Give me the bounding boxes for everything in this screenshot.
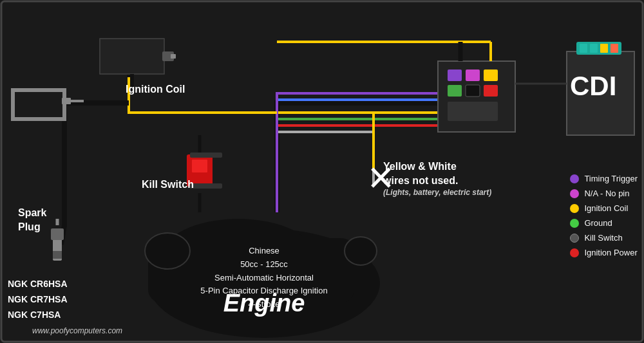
ignition-power-dot	[570, 248, 579, 257]
timing-trigger-dot	[570, 174, 579, 183]
svg-rect-20	[448, 85, 462, 97]
svg-rect-12	[192, 160, 207, 172]
legend-ignition-coil: Ignition Coil	[570, 203, 638, 213]
ground-label: Ground	[584, 218, 612, 228]
svg-rect-31	[590, 44, 598, 53]
svg-rect-33	[611, 44, 618, 53]
no-pin-dot	[570, 189, 579, 198]
kill-switch-legend-label: Kill Switch	[584, 233, 622, 243]
legend-kill-switch: Kill Switch	[570, 233, 638, 243]
svg-point-5	[345, 237, 377, 265]
website-label: www.poofycomputers.com	[32, 326, 122, 335]
legend: Timing Trigger N/A - No pin Ignition Coi…	[570, 174, 638, 263]
engine-label: Engine	[190, 290, 338, 317]
svg-rect-38	[53, 251, 62, 259]
svg-rect-13	[190, 153, 222, 158]
svg-text:CDI: CDI	[570, 71, 616, 101]
ignition-coil-dot	[570, 204, 579, 213]
svg-rect-21	[466, 85, 480, 97]
ngk-label: NGK CR6HSANGK CR7HSANGK C7HSA	[8, 277, 68, 322]
svg-rect-19	[484, 70, 498, 81]
legend-timing-trigger: Timing Trigger	[570, 174, 638, 183]
svg-rect-18	[466, 70, 480, 81]
diagram-container: CDI Ignition Coil Kill Switch SparkPlug …	[0, 0, 644, 343]
yellow-white-sublabel: (Lights, battery, electric start)	[383, 188, 491, 197]
spark-plug-label: SparkPlug	[18, 206, 46, 235]
svg-rect-32	[600, 44, 608, 53]
ignition-coil-label: Ignition Coil	[126, 84, 185, 95]
svg-rect-23	[448, 102, 498, 121]
svg-rect-6	[100, 39, 164, 74]
svg-rect-9	[171, 54, 176, 59]
kill-switch-dot	[570, 234, 579, 243]
svg-rect-30	[580, 44, 587, 53]
no-pin-label: N/A - No pin	[584, 189, 629, 198]
ground-dot	[570, 219, 579, 228]
timing-trigger-label: Timing Trigger	[584, 174, 638, 183]
svg-rect-37	[51, 228, 64, 240]
svg-rect-14	[190, 183, 222, 189]
legend-no-pin: N/A - No pin	[570, 189, 638, 198]
ignition-coil-legend-label: Ignition Coil	[584, 203, 628, 213]
svg-rect-40	[13, 90, 64, 119]
yellow-white-label: Yellow & Whitewires not used.	[383, 160, 458, 189]
svg-rect-22	[484, 85, 498, 97]
svg-point-4	[145, 233, 190, 269]
svg-rect-17	[448, 70, 462, 81]
legend-ignition-power: Ignition Power	[570, 248, 638, 257]
kill-switch-label: Kill Switch	[142, 179, 194, 190]
ignition-power-label: Ignition Power	[584, 248, 637, 257]
legend-ground: Ground	[570, 218, 638, 228]
